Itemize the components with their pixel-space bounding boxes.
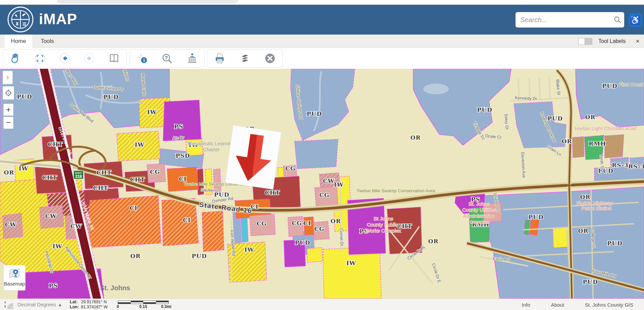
zone-label: OR: [562, 138, 572, 145]
next-extent-button[interactable]: [82, 51, 97, 66]
tool-labels-label: Tool Labels: [598, 35, 626, 48]
map-label: Harbor Light Christian Acad: [575, 125, 636, 131]
zone-label: CW: [45, 213, 57, 219]
app-header: iMAP ♿: [0, 5, 644, 35]
zone-label: CW: [323, 177, 335, 184]
toolbar-group-query: i ?: [129, 49, 205, 67]
pan-hand-icon: [10, 53, 21, 64]
zoom-out-button[interactable]: −: [3, 117, 13, 129]
zone-label: OR: [428, 238, 439, 245]
search-box[interactable]: [516, 12, 624, 28]
identify-button[interactable]: i: [135, 51, 150, 66]
zone-label: RMH: [589, 140, 606, 147]
toolbar-group-navigation: [3, 49, 127, 67]
zone-label: IW: [135, 141, 144, 148]
zone-label: PUD: [528, 214, 543, 220]
zone-label: CG: [285, 165, 296, 172]
map-label: 318: [75, 174, 82, 179]
tab-tools[interactable]: Tools: [33, 35, 62, 48]
status-bar: x y Decimal Degrees ▲ Lat: 29.917691° N …: [0, 299, 644, 310]
info-link[interactable]: Info: [522, 302, 530, 308]
toolbar-group-output: [207, 49, 283, 67]
zone-label: CHT: [96, 169, 111, 176]
search-input[interactable]: [516, 16, 613, 24]
query-button[interactable]: ?: [160, 51, 174, 66]
zone-label: IW: [346, 260, 356, 266]
map-label: Twelve Mile Swamp Conservation Area: [357, 188, 435, 193]
locate-button[interactable]: [3, 86, 14, 100]
zone-label: IW: [18, 165, 28, 172]
zone-label: CG: [319, 192, 329, 198]
pan-tool-button[interactable]: [8, 51, 23, 66]
tool-labels-toggle[interactable]: [578, 38, 592, 45]
zone-label: CW: [5, 221, 17, 228]
layers-icon: [239, 53, 251, 64]
toggle-thumb: [578, 38, 585, 45]
identify-crosshair-icon: i: [137, 53, 148, 64]
map-label: County Utilities: [462, 207, 496, 213]
printer-icon: [214, 53, 225, 64]
cancel-circle-icon: [264, 53, 276, 64]
about-link[interactable]: About: [551, 302, 564, 308]
bookmarks-button[interactable]: [107, 51, 121, 66]
zone-label: PUD: [477, 106, 492, 113]
locate-crosshair-icon: [4, 89, 12, 97]
zone-label: CG: [150, 168, 160, 175]
previous-extent-button[interactable]: [57, 51, 72, 66]
zone-label: PUD: [607, 240, 622, 247]
map-label: Fazio Rd: [493, 257, 510, 262]
toolbar: i ?: [0, 48, 644, 69]
map-label: Complex: [470, 219, 490, 225]
zone-label: IW: [244, 246, 254, 253]
zone-label: OR: [585, 114, 596, 120]
scale-label-mid: 0.15: [139, 304, 147, 309]
accessibility-button[interactable]: ♿: [629, 13, 642, 27]
map-label: St. Johns: [469, 201, 490, 207]
zone-label: PSD: [176, 152, 190, 159]
credits-link[interactable]: St. Johns County GIS: [585, 302, 633, 308]
svg-text:i: i: [143, 58, 145, 63]
zoning-map[interactable]: PUDPUDIWPSIWPSDIWORPUDORPUDPUDPUDORORRMH…: [0, 69, 644, 299]
coordinate-system-selector[interactable]: Decimal Degrees ▲: [17, 299, 62, 310]
zone-label: PS: [49, 282, 58, 289]
sidebar-expand-button[interactable]: ›: [3, 71, 13, 84]
print-button[interactable]: [212, 51, 227, 66]
lon-value: 81.374167° W: [81, 305, 107, 309]
basemap-icon: [8, 267, 21, 280]
full-extent-icon: [34, 53, 46, 64]
zone-label: CG: [257, 220, 267, 227]
zone-label: OR: [578, 227, 589, 234]
map-label: Atc Dr: [172, 135, 184, 141]
tab-home[interactable]: Home: [4, 35, 33, 48]
zone-label: RS-3: [612, 162, 629, 168]
scale-label-0: 0: [117, 304, 119, 309]
layers-button[interactable]: [237, 51, 252, 66]
svg-text:x: x: [4, 301, 6, 304]
coordinate-readout: Lat: 29.917691° N Lon: 81.374167° W: [70, 300, 108, 310]
county-seal-logo: [7, 6, 34, 33]
zoom-in-button[interactable]: +: [3, 104, 13, 116]
basemap-button[interactable]: Basemap: [3, 265, 25, 291]
zone-label: CHT: [130, 176, 145, 183]
zone-label: RS-3: [628, 163, 644, 170]
open-book-icon: [108, 53, 120, 64]
lat-value: 29.917691° N: [81, 300, 107, 304]
coordinates-globe-icon[interactable]: x y: [4, 300, 13, 309]
full-extent-button[interactable]: [33, 51, 47, 66]
map-label: St. Johns: [100, 284, 130, 292]
svg-text:y: y: [4, 304, 6, 308]
zone-label: IW: [334, 181, 343, 188]
map-label: Administration: [463, 213, 495, 219]
zone-label: OR: [580, 194, 591, 200]
municipal-lookup-button[interactable]: [184, 51, 199, 66]
red-arrow-annotation: [225, 125, 281, 189]
scale-label-max: 0.3mi: [161, 304, 171, 309]
zone-label: CHT: [93, 185, 108, 191]
zone-label: CHT: [48, 141, 63, 148]
zone-label: PUD: [547, 115, 562, 122]
map-viewport[interactable]: PUDPUDIWPSIWPSDIWORPUDORPUDPUDPUDORORRMH…: [0, 69, 644, 299]
cancel-tool-button[interactable]: [263, 51, 277, 66]
close-icon[interactable]: ×: [633, 35, 643, 48]
zone-label: PUD: [103, 94, 118, 100]
search-icon[interactable]: [613, 14, 622, 25]
